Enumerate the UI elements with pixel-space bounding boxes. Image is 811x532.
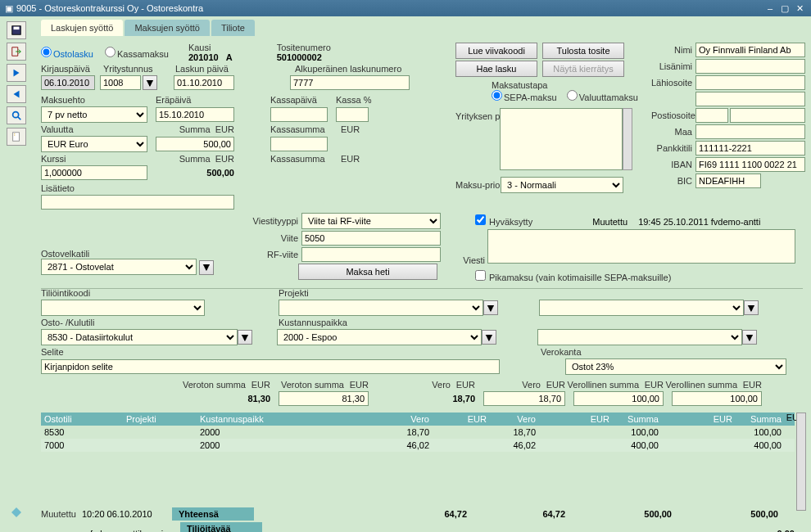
viite-label: Viite	[241, 233, 298, 243]
next-icon[interactable]	[7, 64, 26, 82]
brand-logo	[5, 501, 28, 524]
prev-icon[interactable]	[7, 85, 26, 103]
summa-input[interactable]	[156, 137, 234, 151]
kassapaiva-label: Kassapäivä	[270, 95, 317, 105]
jaljella-label: Tiliöitävää jäljellä	[180, 522, 262, 532]
viesti-textarea[interactable]	[487, 229, 795, 264]
tiliointikoodi-select[interactable]	[41, 300, 205, 316]
extra-select-1[interactable]	[539, 300, 744, 316]
selite-label: Selite	[41, 347, 64, 357]
lisatieto-label: Lisätieto	[41, 183, 75, 193]
extra-select-2[interactable]	[537, 329, 742, 345]
bic-input[interactable]	[695, 174, 761, 188]
kp-lookup[interactable]: ⯆	[482, 330, 496, 345]
extra-lookup-1[interactable]: ⯆	[744, 300, 759, 315]
lisanimi-label: Lisänimi	[651, 61, 692, 71]
kurssi-label: Kurssi	[41, 154, 66, 164]
table-row[interactable]: 8530200018,7018,70100,00100,00	[41, 426, 795, 439]
table-row[interactable]: 7000200046,0246,02400,00400,00	[41, 439, 795, 452]
ostovelkatili-select[interactable]: 2871 - Ostovelat	[41, 259, 197, 275]
ostokulutili-label: Osto- /Kulutili	[41, 318, 94, 327]
exit-icon[interactable]	[7, 43, 26, 61]
yritystunnus-input[interactable]	[100, 75, 141, 90]
kirjauspaiva-label: Kirjauspäivä	[41, 64, 90, 74]
postinro-input[interactable]	[695, 108, 728, 123]
search-icon[interactable]	[7, 106, 26, 124]
projekti-lookup[interactable]: ⯆	[483, 300, 498, 315]
tab-payments[interactable]: Maksujen syöttö	[125, 20, 209, 36]
valuutta-select[interactable]: EUR Euro	[41, 136, 147, 152]
rfviite-input[interactable]	[301, 247, 441, 262]
iban-input[interactable]	[695, 157, 805, 172]
sepa-label: SEPA-maksu	[492, 92, 557, 102]
ostovelkatili-lookup[interactable]: ⯆	[199, 260, 214, 275]
verokanta-select[interactable]: Ostot 23%	[565, 358, 786, 375]
verol1-value: 100,00	[573, 391, 664, 406]
jaljella-value: 0,00	[688, 529, 795, 532]
maksa-heti-btn[interactable]: Maksa heti	[298, 264, 437, 280]
maximize-btn[interactable]: ▢	[778, 3, 791, 14]
table-header: OstotiliProjektiKustannuspaikk VeroEUR V…	[41, 413, 795, 426]
ostolasku-radio[interactable]	[41, 47, 52, 57]
erapaiva-input[interactable]	[156, 107, 234, 122]
ostovelkatili-label: Ostovelkatili	[41, 249, 89, 259]
new-icon[interactable]	[7, 128, 26, 146]
projekti-select[interactable]	[279, 300, 483, 316]
kirjauspaiva-input[interactable]	[41, 75, 95, 90]
viite-input[interactable]	[301, 231, 441, 246]
lisatieto-input[interactable]	[41, 195, 234, 210]
ostokulutili-select[interactable]: 8530 - Datasiirtokulut	[41, 329, 238, 345]
tab-statement[interactable]: Tiliote	[211, 20, 255, 36]
show-routing-btn[interactable]: Näytä kierrätys	[542, 61, 624, 77]
laskunpaiva-label: Laskun päivä	[175, 64, 229, 74]
sepa-radio[interactable]	[492, 90, 502, 101]
lahiosoite2-input[interactable]	[695, 92, 805, 106]
pankkitili-label: Pankkitili	[651, 143, 692, 153]
laskunpaiva-input[interactable]	[174, 75, 234, 90]
close-btn[interactable]: ✕	[793, 3, 806, 14]
kausi-series: A	[226, 52, 233, 62]
lisanimi-input[interactable]	[695, 59, 805, 74]
kustannuspaikka-select[interactable]: 2000 - Espoo	[277, 329, 482, 345]
muutettu-label: Muutettu	[592, 217, 628, 227]
maa-input[interactable]	[695, 124, 805, 139]
extra-lookup-2[interactable]: ⯆	[742, 330, 757, 345]
pikamaksu-chk[interactable]	[475, 270, 486, 281]
kassasumma-input[interactable]	[270, 137, 328, 151]
table-scrollbar[interactable]	[796, 413, 806, 511]
maksuehto-select[interactable]: 7 pv netto	[41, 106, 147, 123]
alkuperainen-input[interactable]	[290, 75, 410, 90]
bank-accounts-list[interactable]	[500, 108, 623, 170]
foot-user-value: fvdemo-anttikurssi	[90, 529, 180, 532]
valuuttamaksu-radio[interactable]	[567, 90, 578, 101]
yritystunnus-lookup[interactable]: ⯆	[143, 75, 157, 90]
tab-invoices[interactable]: Laskujen syöttö	[41, 20, 123, 36]
nimi-input[interactable]	[695, 43, 805, 57]
read-barcode-btn[interactable]: Lue viivakoodi	[455, 43, 537, 59]
window-title: 9005 - Ostoreskontrakurssi Oy - Ostoresk…	[16, 3, 203, 13]
lahiosoite-input[interactable]	[695, 75, 805, 90]
kassapct-input[interactable]	[336, 107, 369, 122]
save-icon[interactable]	[7, 21, 26, 39]
ostokulutili-lookup[interactable]: ⯆	[238, 330, 252, 345]
yritystunnus-label: Yritystunnus	[103, 64, 153, 74]
kassapaiva-input[interactable]	[270, 107, 328, 122]
maksupri-select[interactable]: 3 - Normaali	[501, 177, 623, 193]
svg-point-2	[13, 112, 19, 118]
bank-scrollbar[interactable]	[623, 108, 632, 170]
summa-eur-value: 500,00	[156, 168, 234, 178]
print-voucher-btn[interactable]: Tulosta tosite	[542, 43, 624, 59]
titlebar: ▣ 9005 - Ostoreskontrakurssi Oy - Ostore…	[0, 0, 811, 16]
pankkitili-input[interactable]	[695, 141, 805, 156]
left-toolbar	[0, 16, 33, 532]
postitmp-input[interactable]	[730, 108, 805, 123]
foot-muutettu-label: Muutettu	[41, 509, 82, 519]
hyvaksytty-chk[interactable]	[475, 214, 486, 225]
lahiosoite-label: Lähiosoite	[651, 78, 692, 88]
kurssi-input[interactable]	[41, 165, 147, 180]
viestityyppi-select[interactable]: Viite tai RF-viite	[301, 213, 441, 229]
selite-input[interactable]	[41, 359, 500, 374]
minimize-btn[interactable]: –	[763, 3, 777, 14]
kassamaksu-radio[interactable]	[105, 47, 116, 57]
get-invoice-btn[interactable]: Hae lasku	[455, 61, 537, 77]
